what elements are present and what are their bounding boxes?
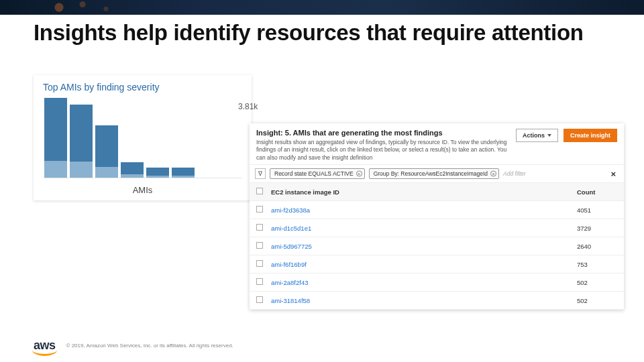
row-checkbox[interactable] — [256, 242, 263, 249]
chart-title: Top AMIs by finding severity — [43, 82, 242, 93]
decorative-top-stripe — [0, 0, 644, 15]
bar-segment-top — [44, 98, 67, 161]
copyright-text: © 2019, Amazon Web Services, Inc. or its… — [66, 343, 233, 349]
remove-filter-icon[interactable]: × — [356, 171, 362, 177]
row-count: 2640 — [577, 243, 617, 250]
table-row: ami-2a8f2f43 502 — [250, 274, 624, 292]
bar-segment-bottom — [70, 162, 93, 178]
insight-title: Insight: 5. AMIs that are generating the… — [256, 129, 511, 137]
ami-link[interactable]: ami-d1c5d1e1 — [271, 225, 311, 232]
ami-link[interactable]: ami-f2d3638a — [271, 206, 310, 214]
create-insight-button[interactable]: Create insight — [564, 129, 617, 142]
ami-link[interactable]: ami-2a8f2f43 — [271, 279, 308, 286]
bar-5 — [146, 168, 169, 178]
ami-link[interactable]: ami-5d967725 — [271, 243, 312, 250]
filter-bar: ∇ Record state EQUALS ACTIVE × Group By:… — [250, 164, 624, 183]
filter-chip-record-state[interactable]: Record state EQUALS ACTIVE × — [270, 168, 365, 179]
add-filter-input[interactable]: Add filter — [503, 170, 526, 177]
table-row: ami-5d967725 2640 — [250, 237, 624, 255]
filter-chip-label: Record state EQUALS ACTIVE — [274, 170, 354, 177]
select-all-checkbox[interactable] — [256, 188, 263, 194]
row-count: 502 — [577, 297, 617, 304]
create-insight-label: Create insight — [570, 132, 610, 139]
chevron-down-icon — [547, 134, 551, 137]
chart-card: Top AMIs by finding severity AMIs — [34, 75, 252, 200]
bar-segment-top — [70, 105, 93, 162]
table-row: ami-d1c5d1e1 3729 — [250, 219, 624, 237]
row-count: 4051 — [577, 206, 617, 214]
row-checkbox[interactable] — [256, 296, 263, 303]
table-header: EC2 instance image ID Count — [250, 183, 624, 201]
row-checkbox[interactable] — [256, 260, 263, 267]
ami-link[interactable]: ami-31814f58 — [271, 297, 310, 304]
filter-icon[interactable]: ∇ — [255, 168, 266, 179]
insight-header: Insight: 5. AMIs that are generating the… — [250, 123, 624, 164]
row-checkbox[interactable] — [256, 206, 263, 213]
bar-chart — [43, 98, 242, 178]
aws-logo: aws — [34, 339, 56, 353]
row-count: 3729 — [577, 225, 617, 232]
chart-x-axis-label: AMIs — [43, 185, 242, 195]
clear-filters-icon[interactable]: × — [608, 169, 619, 179]
chart-callout-value: 3.81k — [238, 102, 258, 111]
bar-segment-top — [146, 168, 169, 176]
filter-chip-label: Group By: ResourceAwsEc2InstanceImageId — [374, 170, 488, 177]
ami-link[interactable]: ami-f6f16b9f — [271, 261, 307, 268]
bar-6 — [172, 168, 195, 178]
insight-panel: Insight: 5. AMIs that are generating the… — [250, 123, 624, 310]
bar-segment-bottom — [146, 176, 169, 178]
slide-title: Insights help identify resources that re… — [0, 15, 644, 46]
bar-segment-top — [95, 125, 118, 167]
table-row: ami-31814f58 502 — [250, 292, 624, 310]
bar-segment-top — [172, 168, 195, 176]
row-count: 502 — [577, 279, 617, 286]
bar-1 — [44, 98, 67, 178]
slide-footer: aws © 2019, Amazon Web Services, Inc. or… — [34, 339, 233, 353]
row-checkbox[interactable] — [256, 224, 263, 231]
bar-segment-bottom — [121, 174, 144, 178]
remove-filter-icon[interactable]: × — [490, 171, 496, 177]
insight-description: Insight results show an aggregated view … — [256, 139, 511, 162]
table-row: ami-f2d3638a 4051 — [250, 201, 624, 219]
bar-segment-bottom — [44, 161, 67, 178]
results-table: EC2 instance image ID Count ami-f2d3638a… — [250, 183, 624, 310]
row-count: 753 — [577, 261, 617, 268]
column-header-id: EC2 instance image ID — [271, 188, 577, 196]
actions-button[interactable]: Actions — [516, 129, 558, 142]
column-header-count: Count — [577, 188, 617, 196]
bar-segment-bottom — [95, 167, 118, 178]
bar-4 — [121, 162, 144, 178]
filter-chip-group-by[interactable]: Group By: ResourceAwsEc2InstanceImageId … — [369, 168, 499, 179]
actions-button-label: Actions — [523, 132, 545, 139]
bar-2 — [70, 105, 93, 178]
bar-3 — [95, 125, 118, 178]
bar-segment-bottom — [172, 176, 195, 178]
row-checkbox[interactable] — [256, 278, 263, 285]
bar-segment-top — [121, 162, 144, 174]
table-row: ami-f6f16b9f 753 — [250, 255, 624, 274]
